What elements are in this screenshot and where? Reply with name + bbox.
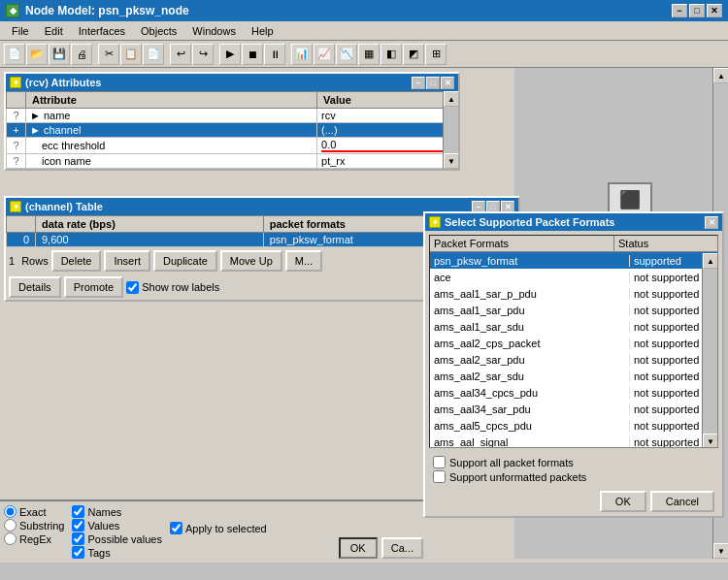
packet-scroll-up[interactable]: ▲ [703, 253, 718, 269]
apply-to-selected-label[interactable]: Apply to selected [170, 522, 423, 534]
packet-name-7: ams_aal2_sar_sdu [430, 371, 630, 382]
values-option[interactable]: Values [72, 519, 161, 532]
tb-open[interactable]: 📂 [26, 44, 48, 65]
scroll-up-btn[interactable]: ▲ [444, 91, 459, 107]
tb-zoom[interactable]: ⊞ [425, 44, 447, 65]
attributes-scrollbar[interactable]: ▲ ▼ [443, 91, 458, 169]
tb-save[interactable]: 💾 [49, 44, 70, 65]
support-all-input[interactable] [433, 456, 446, 468]
packet-scroll-down[interactable]: ▼ [703, 434, 718, 448]
values-checkbox[interactable] [72, 519, 84, 532]
table-row[interactable]: ? ecc threshold 0.0 [7, 138, 458, 154]
main-scroll-down[interactable]: ▼ [713, 543, 728, 559]
menu-interfaces[interactable]: Interfaces [71, 23, 133, 39]
names-checkbox[interactable] [72, 505, 84, 518]
menu-file[interactable]: File [4, 23, 37, 39]
possible-values-checkbox[interactable] [72, 532, 84, 545]
move-up-button[interactable]: Move Up [220, 250, 282, 272]
tags-option[interactable]: Tags [72, 546, 161, 559]
list-item[interactable]: ams_aal2_sar_pdu not supported [430, 351, 717, 368]
tb-pause[interactable]: ⏸ [264, 44, 285, 65]
list-item[interactable]: ams_aal1_sar_pdu not supported [430, 302, 717, 318]
dialog-cancel-button[interactable]: Cancel [650, 491, 714, 512]
regex-radio[interactable] [4, 532, 17, 545]
attributes-close[interactable]: ✕ [441, 77, 454, 89]
promote-button[interactable]: Promote [64, 276, 124, 298]
rows-label: Rows [21, 255, 49, 267]
tb-chart1[interactable]: 📊 [291, 44, 313, 65]
tb-paste[interactable]: 📄 [143, 44, 164, 65]
search-cancel-button[interactable]: Ca... [381, 537, 423, 559]
table-row[interactable]: ? icon name pt_rx [7, 154, 458, 169]
minimize-button[interactable]: − [672, 4, 687, 17]
packet-list-body[interactable]: psn_pksw_format supported ace not suppor… [430, 252, 717, 448]
tb-new[interactable]: 📄 [4, 44, 25, 65]
exact-radio[interactable] [4, 505, 17, 518]
attributes-maximize[interactable]: □ [426, 77, 440, 89]
list-item[interactable]: ams_aal1_sar_sdu not supported [430, 318, 717, 335]
list-item[interactable]: ams_aal1_sar_p_pdu not supported [430, 285, 717, 302]
packet-scrollbar[interactable]: ▲ ▼ [702, 253, 717, 448]
maximize-button[interactable]: □ [689, 4, 705, 17]
packet-col-formats: Packet Formats [430, 236, 614, 251]
channel-col-num [7, 216, 36, 233]
tb-copy[interactable]: 📋 [120, 44, 142, 65]
tb-cut[interactable]: ✂ [98, 44, 119, 65]
apply-to-selected-checkbox[interactable] [170, 522, 182, 534]
attr-row-icon-name: ? [7, 109, 26, 123]
tb-redo[interactable]: ↪ [192, 44, 214, 65]
list-item[interactable]: ace not supported [430, 269, 717, 285]
regex-option[interactable]: RegEx [4, 532, 64, 545]
list-item[interactable]: psn_pksw_format supported [430, 252, 717, 269]
tags-checkbox[interactable] [72, 546, 84, 559]
menu-help[interactable]: Help [244, 23, 281, 39]
packet-name-8: ams_aal34_cpcs_pdu [430, 387, 630, 399]
tb-chart3[interactable]: 📉 [336, 44, 357, 65]
search-ok-button[interactable]: OK [339, 537, 378, 559]
list-item[interactable]: ams_aal34_sar_pdu not supported [430, 401, 717, 417]
possible-values-option[interactable]: Possible values [72, 532, 161, 545]
support-all-checkbox[interactable]: Support all packet formats [433, 456, 714, 468]
menu-objects[interactable]: Objects [133, 23, 184, 39]
duplicate-button[interactable]: Duplicate [153, 250, 217, 272]
names-option[interactable]: Names [72, 505, 161, 518]
close-button[interactable]: ✕ [707, 4, 722, 17]
support-unformatted-checkbox[interactable]: Support unformatted packets [433, 470, 714, 483]
list-item[interactable]: ams_aal2_cps_packet not supported [430, 335, 717, 351]
table-row[interactable]: + ► channel (...) [7, 123, 458, 138]
delete-button[interactable]: Delete [51, 250, 102, 272]
tb-layout2[interactable]: ◩ [403, 44, 424, 65]
insert-button[interactable]: Insert [104, 250, 150, 272]
tb-stop[interactable]: ⏹ [242, 44, 263, 65]
list-item[interactable]: ams_aal34_cpcs_pdu not supported [430, 384, 717, 401]
channel-title-text: (channel) Table [25, 201, 103, 212]
show-row-labels-input[interactable] [126, 281, 139, 294]
tb-print[interactable]: 🖨 [71, 44, 92, 65]
attributes-minimize[interactable]: − [412, 77, 425, 89]
tb-chart2[interactable]: 📈 [314, 44, 335, 65]
menu-edit[interactable]: Edit [37, 23, 71, 39]
main-scroll-up[interactable]: ▲ [713, 68, 728, 83]
move-more-button[interactable]: M... [285, 250, 322, 272]
tb-layout1[interactable]: ◧ [381, 44, 402, 65]
select-packet-close[interactable]: ✕ [705, 216, 718, 229]
substring-radio[interactable] [4, 519, 17, 532]
list-item[interactable]: ams_aal5_cpcs_pdu not supported [430, 417, 717, 434]
list-item[interactable]: ams_aal_signal not supported [430, 434, 717, 448]
details-button[interactable]: Details [9, 276, 61, 298]
packet-scroll-header [702, 236, 717, 251]
exact-option[interactable]: Exact [4, 505, 64, 518]
dialog-ok-button[interactable]: OK [600, 491, 646, 512]
substring-option[interactable]: Substring [4, 519, 64, 532]
table-row[interactable]: ? ► name rcv [7, 109, 458, 123]
scroll-down-btn[interactable]: ▼ [444, 153, 459, 169]
packet-name-5: ams_aal2_cps_packet [430, 338, 630, 349]
show-row-labels-checkbox[interactable]: Show row labels [126, 281, 219, 294]
tb-undo[interactable]: ↩ [170, 44, 191, 65]
support-unformatted-input[interactable] [433, 470, 446, 483]
tb-grid[interactable]: ▦ [358, 44, 380, 65]
tb-run[interactable]: ▶ [219, 44, 241, 65]
menu-windows[interactable]: Windows [184, 23, 244, 39]
list-item[interactable]: ams_aal2_sar_sdu not supported [430, 368, 717, 384]
attributes-icon: ✦ [10, 77, 21, 88]
